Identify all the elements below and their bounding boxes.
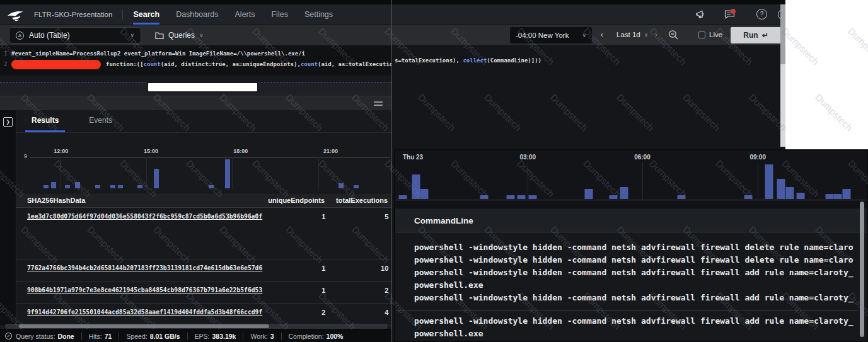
results-histogram: 9 12:0015:0018:0021:00 [16,146,391,190]
histogram-bar [339,183,344,188]
line-number: 1 [4,50,7,57]
watermark-text: Dumpstech [813,92,855,134]
sha256-hash-link[interactable]: 908b64b1971a979c7e3e8ce4621945cba84854cb… [27,287,262,294]
time-back-arrow[interactable]: ‹ [601,30,603,39]
nav-tab-search[interactable]: Search [133,4,159,25]
commandline-value: powershell -windowstyle hidden -command … [414,266,858,279]
x-tick-label: 18:00 [233,148,248,154]
status-divider [81,333,82,339]
histogram-bar [420,189,428,199]
run-label: Run [743,31,758,40]
commandline-row: powershell -windowstyle hidden -command … [395,311,858,341]
table-row: 1ee3d7c80d075d64f97d04d036e558043f2f6bc9… [16,208,391,259]
histogram-bar [354,185,359,188]
histogram-bar [834,194,842,199]
query-line: 1#event_simpleName=ProcessRollup2 event_… [0,48,391,59]
horizontal-scrollbar-thumb[interactable] [19,324,269,328]
run-button[interactable]: Run ↵ [731,27,781,43]
histogram-bar [118,185,123,188]
workspace-name: FLTR-SKO-Presentation [34,11,112,18]
column-header-unique-endpoints: uniqueEndpoints [262,197,325,204]
results-table: SHA256HashData uniqueEndpoints totalExec… [16,193,391,326]
x-tick-label: 12:00 [54,148,68,154]
vertical-scrollbar-thumb[interactable] [780,4,785,64]
status-value: 3 [270,333,274,340]
query-editor[interactable]: 1#event_simpleName=ProcessRollup2 event_… [0,45,391,76]
overlay-vertical-scrollbar-thumb[interactable] [860,202,864,337]
status-value: 383.19k [212,333,236,340]
time-range-selector[interactable]: Last 1d ∨ [616,31,648,38]
zoomed-results-overlay: Thu 2303:0006:0009:00 CommandLine powers… [394,149,868,342]
sha256-hash-link[interactable]: 9f914d42706fe215501044acd85a32d58aaef141… [27,309,262,316]
megaphone-icon[interactable] [696,9,707,20]
unique-endpoints-value: 2 [262,309,325,316]
histogram-bar [765,164,773,199]
query-token: function=([ [106,61,144,67]
enter-key-icon: ↵ [762,31,768,40]
resize-handle-icon[interactable] [374,101,383,106]
table-row: 9f914d42706fe215501044acd85a32d58aaef141… [16,304,391,326]
main-nav-tabs: SearchDashboardsAlertsFilesSettings [133,4,333,25]
queries-label: Queries [168,31,195,40]
status-label: Work: [250,333,267,340]
column-header-total-executions: totalExecutions [325,197,388,204]
overlay-histogram-plot [395,162,867,200]
commandline-row: powershell -windowstyle hidden -command … [395,233,858,311]
histogram-bar [620,187,628,199]
x-tick-label: 15:00 [144,148,158,154]
chart-gridline [232,157,233,189]
y-axis-tick: 9 [24,153,27,159]
status-divider [243,333,243,339]
nav-tab-settings[interactable]: Settings [304,4,333,25]
chevron-down-icon: ∨ [199,32,204,38]
nav-tab-dashboards[interactable]: Dashboards [176,4,218,25]
nav-tab-alerts[interactable]: Alerts [235,4,255,25]
query-token: (CommandLine)])) [487,57,541,64]
zoom-out-icon[interactable] [668,30,679,40]
histogram-bar [842,189,850,199]
status-value: Done [57,333,74,340]
chevron-down-icon: ∨ [582,32,586,38]
query-status-bar: ✓Query status:DoneHits:71Speed:8.01 GB/s… [0,329,391,342]
histogram-bar [51,182,56,188]
view-selector-label: Auto (Table) [29,31,70,40]
histogram-bar [744,195,752,199]
commandline-value: powershell -windowstyle hidden -command … [414,254,858,266]
tab-results[interactable]: Results [25,110,65,132]
window-top-strip [392,0,785,4]
histogram-bar [43,185,49,188]
auto-view-icon: A [16,31,24,40]
histogram-bar [506,195,514,199]
chart-gridline [758,162,758,200]
tab-events[interactable]: Events [83,110,119,132]
unique-endpoints-value: 1 [262,287,325,294]
screenshot-stage: FLTR-SKO-Presentation SearchDashboardsAl… [0,0,868,342]
expand-panel-icon[interactable]: ❯ [3,117,13,127]
time-forward-arrow[interactable]: › [655,30,657,39]
watermark-text: Dumpstech [846,26,868,67]
histogram-bar [75,182,80,188]
nav-divider [122,9,123,20]
histogram-bar [610,195,618,199]
unique-endpoints-value: 1 [262,265,325,272]
histogram-bar [137,185,142,188]
sha256-hash-link[interactable]: 1ee3d7c80d075d64f97d04d036e558043f2f6bc9… [27,213,262,220]
watermark-text: Dumpstech [780,26,821,67]
status-label: Completion: [289,333,324,340]
sha256-hash-link[interactable]: 7762a4766bc394b4cb2d658144b207183ff23b31… [27,265,262,271]
query-toolbar: A Auto (Table) ∨ Queries ∨ [0,25,391,45]
status-label: Hits: [89,333,102,340]
status-label: EPS: [195,333,210,340]
histogram-bar [480,195,488,199]
status-divider [281,333,282,339]
unique-endpoints-value: 1 [262,213,325,220]
queries-button[interactable]: Queries ∨ [155,31,204,40]
chart-gridline [528,162,528,200]
status-label: Query status: [16,333,55,340]
query-token: #event_simpleName=ProcessRollup2 event_p… [11,50,305,57]
help-icon[interactable]: ? [756,9,767,20]
nav-tab-files[interactable]: Files [271,4,287,25]
timezone-selector[interactable]: -04:00 New York ∨ [510,27,592,43]
view-selector-dropdown[interactable]: A Auto (Table) ∨ [9,27,141,43]
live-checkbox[interactable] [698,31,705,38]
